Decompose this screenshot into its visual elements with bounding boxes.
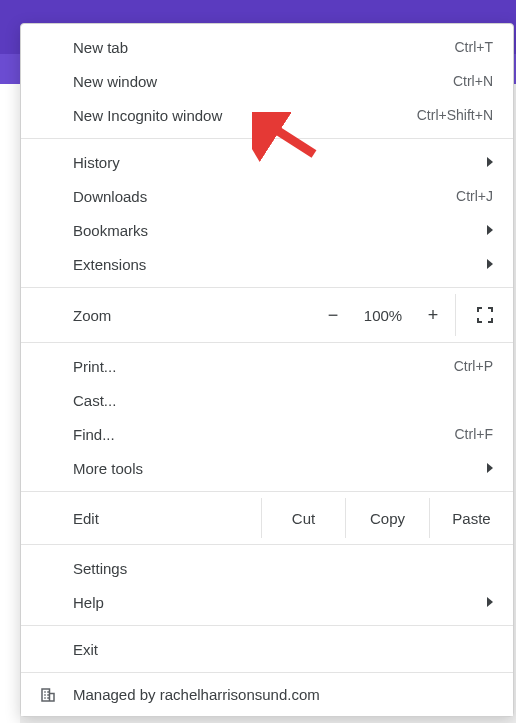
menu-item-shortcut: Ctrl+P (454, 358, 493, 374)
menu-separator (21, 287, 513, 288)
menu-help[interactable]: Help (21, 585, 513, 619)
menu-item-label: More tools (73, 460, 487, 477)
menu-separator (21, 138, 513, 139)
menu-extensions[interactable]: Extensions (21, 247, 513, 281)
menu-new-incognito[interactable]: New Incognito window Ctrl+Shift+N (21, 98, 513, 132)
menu-find[interactable]: Find... Ctrl+F (21, 417, 513, 451)
chevron-right-icon (487, 225, 493, 235)
menu-more-tools[interactable]: More tools (21, 451, 513, 485)
copy-button[interactable]: Copy (345, 498, 429, 538)
chevron-right-icon (487, 597, 493, 607)
menu-separator (21, 491, 513, 492)
menu-exit[interactable]: Exit (21, 632, 513, 666)
chevron-right-icon (487, 463, 493, 473)
menu-bookmarks[interactable]: Bookmarks (21, 213, 513, 247)
menu-item-shortcut: Ctrl+F (455, 426, 494, 442)
menu-item-label: Cast... (73, 392, 493, 409)
chevron-right-icon (487, 259, 493, 269)
menu-item-shortcut: Ctrl+T (455, 39, 494, 55)
menu-zoom-row: Zoom − 100% + (21, 294, 513, 336)
menu-item-shortcut: Ctrl+J (456, 188, 493, 204)
menu-item-label: Extensions (73, 256, 487, 273)
menu-history[interactable]: History (21, 145, 513, 179)
menu-item-label: History (73, 154, 487, 171)
menu-item-label: New window (73, 73, 453, 90)
menu-item-shortcut: Ctrl+Shift+N (417, 107, 493, 123)
menu-item-label: Print... (73, 358, 454, 375)
menu-settings[interactable]: Settings (21, 551, 513, 585)
menu-cast[interactable]: Cast... (21, 383, 513, 417)
zoom-label: Zoom (73, 307, 311, 324)
menu-new-tab[interactable]: New tab Ctrl+T (21, 30, 513, 64)
page-bg (0, 84, 20, 723)
menu-item-label: New tab (73, 39, 455, 56)
paste-button[interactable]: Paste (429, 498, 513, 538)
menu-new-window[interactable]: New window Ctrl+N (21, 64, 513, 98)
menu-item-label: Help (73, 594, 487, 611)
fullscreen-button[interactable] (455, 294, 513, 336)
menu-separator (21, 625, 513, 626)
menu-item-label: Downloads (73, 188, 456, 205)
fullscreen-icon (476, 306, 494, 324)
menu-item-label: Bookmarks (73, 222, 487, 239)
menu-separator (21, 342, 513, 343)
menu-managed-by[interactable]: Managed by rachelharrisonsund.com (21, 672, 513, 716)
cut-button[interactable]: Cut (261, 498, 345, 538)
managed-by-label: Managed by rachelharrisonsund.com (73, 686, 320, 703)
menu-separator (21, 544, 513, 545)
menu-item-label: Exit (73, 641, 493, 658)
building-icon (39, 686, 57, 704)
menu-edit-row: Edit Cut Copy Paste (21, 498, 513, 538)
zoom-out-button[interactable]: − (311, 305, 355, 326)
menu-print[interactable]: Print... Ctrl+P (21, 349, 513, 383)
edit-label: Edit (21, 498, 261, 538)
menu-item-label: Settings (73, 560, 493, 577)
zoom-in-button[interactable]: + (411, 305, 455, 326)
menu-downloads[interactable]: Downloads Ctrl+J (21, 179, 513, 213)
menu-item-shortcut: Ctrl+N (453, 73, 493, 89)
chrome-main-menu: New tab Ctrl+T New window Ctrl+N New Inc… (20, 23, 514, 717)
menu-item-label: Find... (73, 426, 455, 443)
chevron-right-icon (487, 157, 493, 167)
menu-item-label: New Incognito window (73, 107, 417, 124)
zoom-value: 100% (355, 307, 411, 324)
